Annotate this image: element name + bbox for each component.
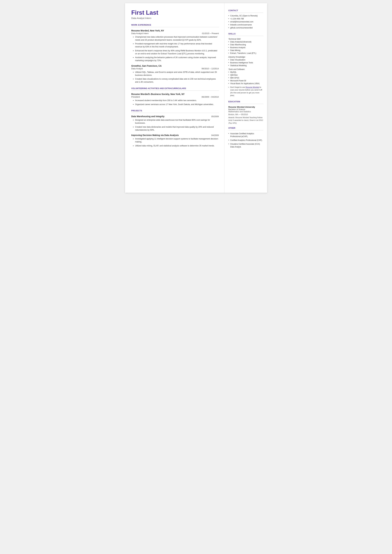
job-1-company: Resume Worded, New York, NY <box>131 29 219 32</box>
contact-header: CONTACT <box>228 9 263 12</box>
other-divider <box>228 130 263 130</box>
bullet-item: Utilized data mining, OLAP, and statisti… <box>133 144 219 147</box>
name-section: First Last Data Analyst Intern <box>131 9 219 19</box>
work-experience-header: WORK EXPERIENCE <box>131 24 219 26</box>
bullet-item: Investigated applying 11 intelligent dec… <box>133 137 219 143</box>
education-header: EDUCATION <box>228 101 263 103</box>
project-2-header: Improving Decision Making via Data Analy… <box>131 134 219 136</box>
vol-1-role: President <box>131 96 140 98</box>
project-1-bullets: Designed an enterprise-wide data warehou… <box>131 119 219 131</box>
project-2-bullets: Investigated applying 11 intelligent dec… <box>131 137 219 147</box>
job-1-role: Data Analyst Intern <box>131 32 149 35</box>
job-2-role: Data Analyst <box>131 67 143 70</box>
project-1-header: Data Warehousing and Integrity 05/2009 <box>131 115 219 118</box>
bullet-item: Designed an enterprise-wide data warehou… <box>133 119 219 125</box>
skill-item: Data Analysis(Advanced) <box>228 41 263 43</box>
job-2-header: Growthsi, San Francisco, CA <box>131 65 219 67</box>
project-2-date: 04/2009 <box>211 134 219 136</box>
job-2-dates: 06/2010 – 12/2014 <box>202 67 219 70</box>
project-1-row: Data Warehousing and Integrity 05/2009 <box>131 115 219 118</box>
edu-school: Resume Worded University <box>228 106 263 108</box>
skill-category-technical: Technical Skill: <box>228 38 263 40</box>
bullet-item: Provided management with real-time insig… <box>133 42 219 48</box>
vol-1-row: President 06/2009 – 04/2010 <box>131 96 219 98</box>
vol-1-company: Resume Worded's Business Society, New Yo… <box>131 93 219 95</box>
skill-item: Visual Basic for Applications (VBA) <box>228 83 263 85</box>
volunteering-divider <box>131 91 219 91</box>
bullet-item: Organized career seminars across 17 New … <box>133 103 219 106</box>
skill-category-industry: Industry Knowledge: <box>228 56 263 58</box>
right-column: CONTACT Columbia, SC (Open to Remote) +1… <box>224 3 267 193</box>
volunteering-header: VOLUNTEERING ACTIVITIES AND EXTRACURRICU… <box>131 87 219 90</box>
bullet-item: Increased student membership from 200 to… <box>133 99 219 102</box>
technical-skill-list: Data Analysis(Advanced) Data Warehousing… <box>228 41 263 54</box>
bullet-item: Enhanced the team's response times by 40… <box>133 49 219 55</box>
resume-worded-link[interactable]: Resume Worded <box>245 86 259 88</box>
skill-item: Business Intelligence Tools <box>228 62 263 64</box>
contact-item: linkedin.com/in/username <box>228 24 263 26</box>
job-1-bullets: Championed new data collection processes… <box>131 35 219 62</box>
bullet-item: Championed new data collection processes… <box>133 35 219 42</box>
job-2-row: Data Analyst 06/2010 – 12/2014 <box>131 67 219 70</box>
skill-item: IBM SPSS <box>228 77 263 79</box>
job-title-header: Data Analyst Intern <box>131 17 219 19</box>
skill-item: Business Analysis <box>228 46 263 49</box>
project-2-title: Improving Decision Making via Data Analy… <box>131 134 179 136</box>
full-name: First Last <box>131 9 219 16</box>
resume-worded-note: Don't forget to use Resume Worded to sca… <box>228 86 263 97</box>
edu-degree: Bachelor of Science <box>228 108 263 111</box>
job-1-header: Resume Worded, New York, NY <box>131 29 219 32</box>
bullet-item: Utilized SQL, Tableau, and Excel to anal… <box>133 71 219 77</box>
vol-1-bullets: Increased student membership from 200 to… <box>131 99 219 106</box>
job-1-row: Data Analyst Intern 01/2015 – Present <box>131 32 219 35</box>
work-divider <box>131 27 219 27</box>
tools-skill-list: MySQL QlikView IBM SPSS Microsoft Power … <box>228 71 263 85</box>
contact-item: Columbia, SC (Open to Remote) <box>228 15 263 17</box>
skill-category-tools: Tools and Software: <box>228 68 263 70</box>
contact-item: email@resumeworded.com <box>228 21 263 23</box>
other-item: Cloudera Certified Associate (CCA) Data … <box>228 143 263 148</box>
contact-item: +1-234-456-789 <box>228 18 263 20</box>
skill-item: Data Warehousing <box>228 44 263 46</box>
vol-1-header: Resume Worded's Business Society, New Yo… <box>131 93 219 95</box>
contact-list: Columbia, SC (Open to Remote) +1-234-456… <box>228 15 263 29</box>
other-header: OTHER <box>228 127 263 129</box>
project-1-date: 05/2009 <box>211 115 219 118</box>
skill-item: Statistical Modeling <box>228 64 263 67</box>
skill-item: Data Visualization <box>228 59 263 61</box>
contact-divider <box>228 13 263 13</box>
contact-item: github.com/resumeworded <box>228 27 263 29</box>
bullet-item: Created new data dictionaries and models… <box>133 126 219 132</box>
other-item: Associate Certified Analytics Profession… <box>228 132 263 138</box>
industry-skill-list: Data Visualization Business Intelligence… <box>228 59 263 67</box>
skill-item: Data Mining <box>228 49 263 51</box>
bullet-item: Assisted in analyzing the behavior patte… <box>133 56 219 62</box>
resume-page: First Last Data Analyst Intern WORK EXPE… <box>125 3 267 193</box>
project-2-row: Improving Decision Making via Data Analy… <box>131 134 219 136</box>
skill-item: QlikView <box>228 74 263 76</box>
skill-item: Microsoft Power BI <box>228 80 263 82</box>
skills-header: SKILLS <box>228 33 263 35</box>
other-list: Associate Certified Analytics Profession… <box>228 132 263 148</box>
edu-location-date: Boston, MA — 05/2010 <box>228 113 263 116</box>
other-item: Certified Analytics Professional (CAP). <box>228 139 263 142</box>
bullet-item: Created data visualizations to convey co… <box>133 77 219 84</box>
skill-item: MySQL <box>228 71 263 73</box>
edu-field: Mathematics and Statistics <box>228 111 263 113</box>
skill-item: Extract, Transform, Load (ETL) <box>228 52 263 54</box>
projects-header: PROJECTS <box>131 110 219 112</box>
edu-awards: Awards: Resume Worded Teaching Fellow (o… <box>228 116 263 125</box>
job-2-company: Growthsi, San Francisco, CA <box>131 65 219 67</box>
job-2-bullets: Utilized SQL, Tableau, and Excel to anal… <box>131 71 219 84</box>
job-1-dates: 01/2015 – Present <box>202 32 219 35</box>
project-1-title: Data Warehousing and Integrity <box>131 115 165 118</box>
projects-divider <box>131 113 219 113</box>
left-column: First Last Data Analyst Intern WORK EXPE… <box>125 3 224 193</box>
vol-1-dates: 06/2009 – 04/2010 <box>202 96 219 98</box>
